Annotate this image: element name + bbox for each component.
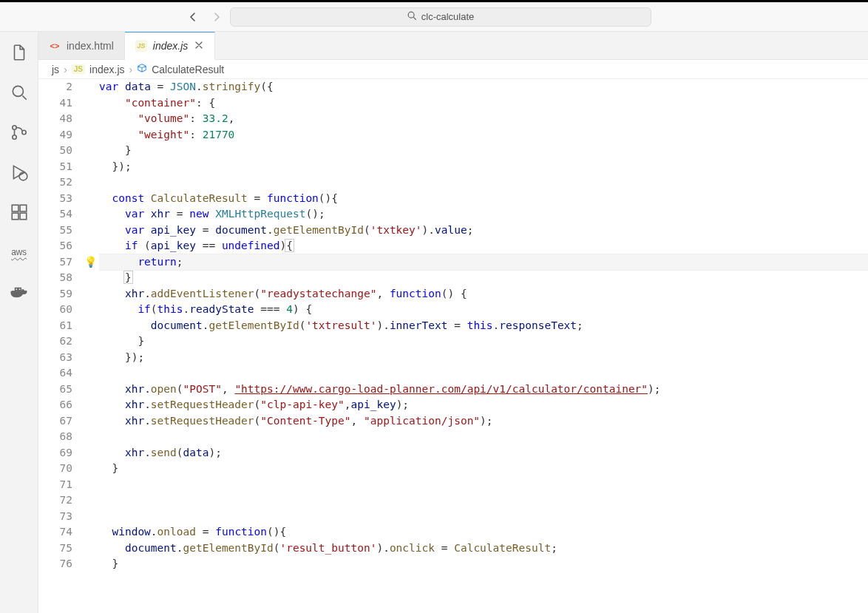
code-content[interactable]: var data = JSON.stringify({ "container":… xyxy=(99,79,868,613)
lightbulb-icon[interactable]: 💡 xyxy=(84,254,97,271)
source-control-icon[interactable] xyxy=(7,121,31,144)
svg-rect-9 xyxy=(20,213,27,220)
glyph-margin: 💡 xyxy=(83,79,99,613)
editor-tabs: <> index.html JS index.js xyxy=(38,32,868,60)
html-file-icon: <> xyxy=(49,40,61,52)
command-center-search[interactable]: clc-calculate xyxy=(230,7,651,27)
svg-point-1 xyxy=(13,86,23,96)
run-debug-icon[interactable] xyxy=(7,160,31,184)
close-tab-icon[interactable] xyxy=(194,40,204,53)
svg-point-2 xyxy=(12,126,16,129)
explorer-icon[interactable] xyxy=(7,41,31,64)
code-editor[interactable]: 2414849505152535455565758596061626364656… xyxy=(38,79,868,613)
svg-point-0 xyxy=(408,12,414,18)
nav-back-button[interactable] xyxy=(183,7,203,27)
breadcrumb-bar[interactable]: js › JS index.js › CalculateResult xyxy=(38,60,868,79)
svg-point-4 xyxy=(21,130,25,134)
symbol-method-icon xyxy=(137,63,147,75)
svg-point-3 xyxy=(12,135,16,139)
line-number-gutter: 2414849505152535455565758596061626364656… xyxy=(38,79,83,613)
extensions-icon[interactable] xyxy=(7,200,31,224)
tab-label: index.html xyxy=(67,40,114,52)
search-text: clc-calculate xyxy=(421,11,475,22)
top-toolbar: clc-calculate xyxy=(0,2,868,32)
search-icon xyxy=(407,10,417,23)
tab-index-js[interactable]: JS index.js xyxy=(125,32,215,60)
js-file-icon: JS xyxy=(72,64,85,74)
breadcrumb-symbol[interactable]: CalculateResult xyxy=(152,64,224,75)
search-activity-icon[interactable] xyxy=(7,81,31,104)
aws-toolkit-icon[interactable]: aws xyxy=(7,240,31,264)
svg-rect-7 xyxy=(20,205,27,211)
tab-index-html[interactable]: <> index.html xyxy=(38,32,125,59)
breadcrumb-folder[interactable]: js xyxy=(52,64,59,75)
breadcrumb-file[interactable]: index.js xyxy=(89,64,124,75)
chevron-right-icon: › xyxy=(129,64,133,75)
activity-bar: aws xyxy=(0,32,38,613)
svg-rect-6 xyxy=(12,205,18,211)
docker-icon[interactable] xyxy=(7,280,31,304)
svg-rect-8 xyxy=(12,213,18,220)
tab-label: index.js xyxy=(153,40,188,52)
nav-forward-button[interactable] xyxy=(206,7,227,27)
chevron-right-icon: › xyxy=(64,64,67,75)
svg-rect-14 xyxy=(18,288,20,291)
js-file-icon: JS xyxy=(135,40,147,52)
svg-rect-13 xyxy=(15,288,17,291)
